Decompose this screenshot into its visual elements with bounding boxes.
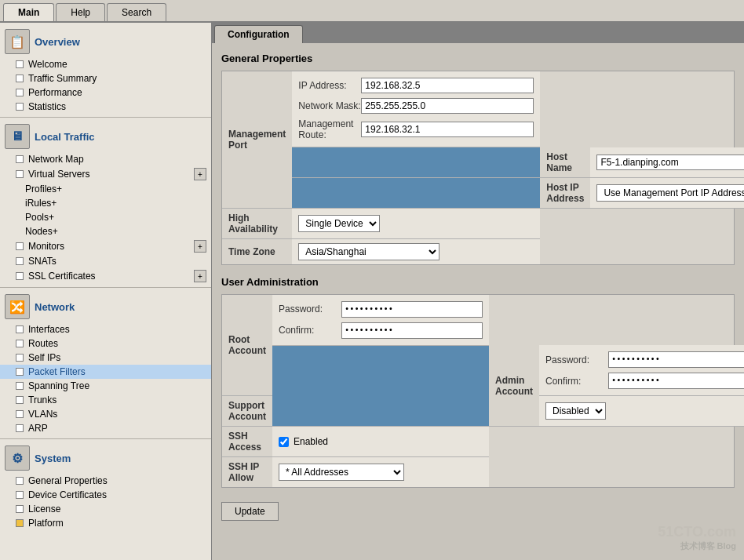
general-properties-table: Management Port IP Address: Network Mask… [222, 71, 744, 264]
sidebar-item-self-ips[interactable]: Self IPs [0, 351, 211, 365]
sidebar-item-irules[interactable]: iRules + [0, 196, 211, 210]
sidebar-item-performance[interactable]: Performance [0, 85, 211, 100]
admin-confirm-label: Confirm: [545, 376, 608, 387]
sidebar-item-vlans[interactable]: VLANs [0, 407, 211, 421]
network-mask-input[interactable] [361, 98, 534, 114]
sidebar-item-spanning-tree[interactable]: Spanning Tree [0, 379, 211, 393]
main-content: Configuration General Properties Managem… [212, 23, 744, 560]
nodes-plus[interactable]: + [53, 226, 58, 237]
admin-confirm-row: Confirm: [545, 370, 744, 391]
mgmt-route-label: Management Route: [298, 118, 361, 140]
sidebar-item-network-map[interactable]: Network Map [0, 152, 211, 166]
statistics-label: Statistics [28, 101, 66, 112]
network-mask-row: Network Mask: [298, 96, 534, 116]
ssh-ip-allow-value: * All Addresses [272, 457, 489, 488]
sidebar-item-welcome[interactable]: Welcome [0, 57, 211, 71]
tab-search[interactable]: Search [107, 3, 166, 21]
timezone-select[interactable]: Asia/Shanghai [298, 243, 439, 260]
sidebar-item-snats[interactable]: SNATs [0, 254, 211, 268]
sidebar-item-monitors[interactable]: Monitors + [0, 238, 211, 254]
sidebar-item-profiles[interactable]: Profiles + [0, 182, 211, 196]
root-password-label: Password: [279, 304, 341, 315]
sep3 [0, 438, 211, 439]
sidebar-item-device-certificates[interactable]: Device Certificates [0, 488, 211, 502]
update-button[interactable]: Update [221, 502, 279, 521]
sidebar-item-nodes[interactable]: Nodes + [0, 224, 211, 238]
support-account-label: Support Account [222, 396, 272, 427]
high-avail-label: High Availability [222, 208, 292, 238]
left-bar2 [292, 147, 540, 178]
sidebar-section-overview: 📋 Overview Welcome Traffic Summary Perfo… [0, 26, 211, 114]
traffic-summary-checkbox [16, 75, 24, 82]
tab-configuration[interactable]: Configuration [214, 25, 303, 43]
ssh-enabled-row: Enabled [279, 436, 483, 447]
high-avail-row: High Availability Single Device [222, 208, 744, 238]
irules-plus[interactable]: + [51, 198, 57, 209]
local-traffic-icon: 🖥 [5, 124, 30, 149]
sidebar-item-platform[interactable]: Platform [0, 516, 211, 530]
admin-password-input[interactable] [608, 351, 744, 368]
sidebar-item-ssl-certificates[interactable]: SSL Certificates + [0, 268, 211, 284]
host-ip-select[interactable]: Use Management Port IP Address [596, 184, 744, 202]
admin-confirm-input[interactable] [608, 373, 744, 389]
sidebar-item-packet-filters[interactable]: Packet Filters [0, 365, 211, 379]
local-traffic-label: Local Traffic [35, 131, 95, 143]
ssh-enabled-label: Enabled [294, 436, 328, 447]
ssh-ip-allow-row: SSH IP Allow * All Addresses [222, 457, 744, 488]
trunks-label: Trunks [28, 395, 57, 405]
ssh-access-row: SSH Access Enabled [222, 427, 744, 457]
system-label: System [35, 453, 71, 464]
sidebar-item-traffic-summary[interactable]: Traffic Summary [0, 71, 211, 85]
sidebar-item-virtual-servers[interactable]: Virtual Servers + [0, 166, 211, 182]
ssh-access-checkbox[interactable] [279, 437, 289, 447]
high-avail-select[interactable]: Single Device [298, 215, 380, 232]
virtual-servers-plus[interactable]: + [194, 168, 206, 180]
sidebar-item-general-properties[interactable]: General Properties [0, 474, 211, 488]
admin-password-label: Password: [545, 355, 608, 365]
ssh-ip-allow-label: SSH IP Allow [222, 457, 272, 488]
network-map-cb [16, 155, 24, 163]
pools-plus[interactable]: + [49, 212, 54, 223]
snats-cb [16, 257, 24, 265]
routes-label: Routes [28, 338, 58, 349]
admin-left-bar [272, 345, 489, 427]
ip-address-input[interactable] [361, 78, 534, 93]
sidebar-section-local-traffic: 🖥 Local Traffic Network Map Virtual Serv… [0, 121, 211, 284]
tab-main[interactable]: Main [3, 3, 54, 21]
management-port-row: Management Port IP Address: Network Mask… [222, 71, 744, 147]
admin-account-row: Admin Account Password: Confirm: [222, 345, 744, 396]
mgmt-route-input[interactable] [361, 122, 534, 137]
platform-label: Platform [28, 518, 64, 529]
host-ip-value: Use Management Port IP Address [590, 177, 744, 208]
sidebar-item-interfaces[interactable]: Interfaces [0, 322, 211, 336]
sidebar-item-trunks[interactable]: Trunks [0, 393, 211, 407]
support-account-select[interactable]: Disabled Enabled [545, 402, 606, 420]
root-confirm-input[interactable] [341, 322, 483, 339]
sidebar-system-header[interactable]: ⚙ System [0, 442, 211, 474]
sidebar-overview-header[interactable]: 📋 Overview [0, 26, 211, 57]
sidebar-item-pools[interactable]: Pools + [0, 210, 211, 224]
ssh-ip-allow-select[interactable]: * All Addresses [279, 464, 404, 481]
general-properties-title: General Properties [221, 53, 735, 64]
sidebar-local-traffic-header[interactable]: 🖥 Local Traffic [0, 121, 211, 152]
high-avail-value: Single Device [292, 208, 540, 238]
virtual-servers-cb [16, 170, 24, 178]
ssl-plus[interactable]: + [194, 270, 206, 282]
sidebar-network-header[interactable]: 🔀 Network [0, 291, 211, 322]
profiles-plus[interactable]: + [57, 184, 62, 195]
monitors-plus[interactable]: + [194, 240, 206, 253]
sidebar-item-routes[interactable]: Routes [0, 336, 211, 351]
sidebar-item-arp[interactable]: ARP [0, 421, 211, 435]
hostname-input[interactable] [596, 155, 744, 170]
timezone-row: Time Zone Asia/Shanghai [222, 238, 744, 264]
platform-cb [16, 519, 24, 527]
root-password-input[interactable] [341, 301, 483, 318]
packet-filters-cb [16, 368, 24, 376]
sidebar-item-license[interactable]: License [0, 502, 211, 516]
spanning-tree-cb [16, 382, 24, 390]
tab-help[interactable]: Help [56, 3, 105, 21]
sep2 [0, 287, 211, 288]
sidebar-item-statistics[interactable]: Statistics [0, 100, 211, 114]
pools-label: Pools [25, 212, 49, 223]
ssl-label: SSL Certificates [28, 271, 96, 282]
